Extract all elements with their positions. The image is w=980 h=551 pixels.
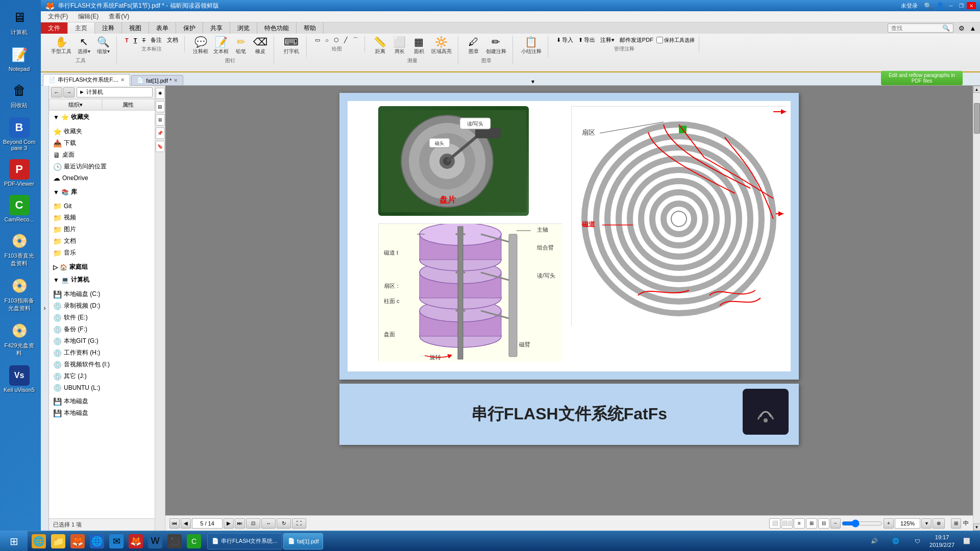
taskbar-ie-icon[interactable]: 🌐 [30, 532, 48, 550]
tree-item-docs[interactable]: 📁文档 [49, 235, 155, 247]
desktop-icon-f103[interactable]: 📀 F103香直光盘资料 [0, 229, 38, 269]
poly-btn[interactable]: ⬡ [332, 36, 341, 44]
tree-item-f-drive[interactable]: 💿备份 (F:) [49, 323, 155, 335]
doc-tab-2[interactable]: 📄 fat[1].pdf * ✕ [131, 75, 183, 85]
zoom-dropdown-btn[interactable]: ▾ [921, 518, 932, 529]
desktop-icon-camrec[interactable]: C CamReco... [0, 193, 38, 224]
favorites-header[interactable]: ▼ ⭐ 收藏夹 [49, 111, 155, 123]
page-tool-2[interactable]: ▤ [156, 101, 165, 112]
tree-item-video[interactable]: 📁视频 [49, 212, 155, 223]
menu-view[interactable]: 查看(V) [104, 11, 134, 22]
backup-btn[interactable]: 备注 [149, 36, 164, 44]
highlight-area-btn[interactable]: 🔆 区域高亮 [429, 36, 454, 56]
taskbar-mail-icon[interactable]: ✉ [107, 532, 126, 550]
tab-features[interactable]: 特色功能 [257, 22, 297, 34]
tree-item-onedrive[interactable]: ☁OneDrive [49, 172, 155, 184]
zoom-in-btn[interactable]: + [884, 518, 894, 529]
desktop-icon-notepad[interactable]: 📝 Notepad [0, 42, 38, 74]
next-page-btn[interactable]: ▶ [224, 518, 234, 529]
pencil-btn[interactable]: ✏ 铅笔 [232, 36, 250, 56]
text-btn-1[interactable]: T [123, 36, 131, 44]
scroll-down-btn[interactable]: ▼ [973, 523, 981, 531]
taskbar-word-icon[interactable]: W [146, 532, 164, 550]
annotation-box-btn[interactable]: 💬 注释框 [191, 36, 210, 56]
doc-tab-1[interactable]: 📄 串行FLASH文件系统F.... ✕ [43, 74, 130, 86]
ribbon-search-input[interactable] [891, 25, 942, 31]
first-page-btn[interactable]: ⏮ [169, 518, 180, 529]
menu-edit[interactable]: 编辑(E) [73, 11, 104, 22]
text-box-btn[interactable]: 📝 文本框 [211, 36, 231, 56]
tree-item-g-drive[interactable]: 💿本地GIT (G:) [49, 335, 155, 347]
tab-file[interactable]: 文件 [41, 22, 68, 34]
minimize-button[interactable]: ─ [946, 2, 955, 9]
page-tool-3[interactable]: ⊞ [156, 114, 165, 126]
tree-item-recent[interactable]: 🕒最近访问的位置 [49, 161, 155, 172]
show-desktop-btn[interactable]: ⬜ [958, 532, 976, 550]
taskbar-foxit-icon[interactable]: 🦊 [127, 532, 145, 550]
desktop-icon-f103-guide[interactable]: 📀 F103指南备光盘资料 [0, 273, 38, 314]
annot-popup-btn[interactable]: 注释▾ [598, 36, 617, 44]
doc-tab-dropdown[interactable]: ▾ [529, 78, 536, 85]
zoom-slider[interactable] [842, 519, 883, 528]
desktop-icon-f429[interactable]: 📀 F429光盘资料 [0, 318, 38, 359]
rotate-btn[interactable]: ↻ [277, 518, 291, 529]
page-tool-5[interactable]: 🔖 [156, 141, 165, 152]
fullscreen-btn[interactable]: ⛶ [292, 518, 306, 529]
desktop-icon-keil[interactable]: Vs Keil uVison5 [0, 363, 38, 395]
user-icon-btn[interactable]: 👤 [935, 1, 945, 11]
taskbar-explorer-icon[interactable]: 📁 [49, 532, 67, 550]
scroll-thumb[interactable] [974, 103, 980, 134]
text-btn-2[interactable]: T [132, 36, 139, 44]
hand-tool-btn[interactable]: ✋ 手型工具 [49, 36, 74, 56]
circle-btn[interactable]: ○ [323, 36, 331, 44]
tree-item-j-drive[interactable]: 💿其它 (J:) [49, 370, 155, 382]
desktop-icon-computer[interactable]: 🖥 计算机 [0, 5, 38, 38]
tree-item-downloads[interactable]: 📥下载 [49, 137, 155, 149]
forward-nav-btn[interactable]: → [63, 87, 75, 97]
typewriter-btn[interactable]: ⌨ 打字机 [282, 36, 301, 56]
page-number-input[interactable] [192, 518, 223, 529]
tree-item-e-drive[interactable]: 💿软件 (E:) [49, 312, 155, 323]
tree-item-favorites[interactable]: ⭐收藏夹 [49, 126, 155, 137]
tree-item-d-drive[interactable]: 💿录制视频 (D:) [49, 300, 155, 312]
taskbar-network-icon[interactable]: 🌐 [88, 532, 106, 550]
fit-page-btn[interactable]: ⊡ [246, 518, 260, 529]
fit-width-btn[interactable]: ↔ [261, 518, 276, 529]
computer-header[interactable]: ▼ 💻 计算机 [49, 273, 155, 286]
restore-button[interactable]: ❐ [957, 2, 966, 9]
desktop-icon-recycle[interactable]: 🗑 回收站 [0, 78, 38, 111]
tab-view[interactable]: 视图 [122, 22, 149, 34]
split-view-btn[interactable]: ⊟ [818, 518, 829, 529]
tab-form[interactable]: 表单 [149, 22, 176, 34]
email-pdf-btn[interactable]: 邮件发送PDF [618, 36, 655, 44]
line-btn[interactable]: ╱ [342, 36, 350, 44]
double-page-view-btn[interactable]: ⬜⬜ [781, 518, 793, 529]
desktop-icon-pdf-viewer[interactable]: P PDF-Viewer [0, 157, 38, 189]
text-btn-3[interactable]: T [140, 36, 148, 44]
curve-btn[interactable]: ⌒ [351, 36, 360, 44]
zoom-tool-btn[interactable]: 🔍 缩放▾ [94, 36, 112, 56]
properties-btn[interactable]: 属性 [102, 99, 155, 110]
menu-file[interactable]: 文件(F) [43, 11, 73, 22]
tree-item-git[interactable]: 📁Git [49, 201, 155, 212]
tree-item-music[interactable]: 📁音乐 [49, 247, 155, 259]
last-page-btn[interactable]: ⏭ [235, 518, 245, 529]
scroll-up-btn[interactable]: ▲ [973, 86, 981, 93]
eraser-btn[interactable]: ⌫ 橡皮 [251, 36, 270, 56]
perimeter-btn[interactable]: ⬜ 周长 [390, 36, 409, 56]
prev-page-btn[interactable]: ◀ [181, 518, 191, 529]
sidebar-toggle-btn[interactable]: › [41, 86, 49, 531]
zoom-value-input[interactable] [895, 518, 920, 529]
zoom-out-btn[interactable]: − [830, 518, 841, 529]
keep-selection-checkbox[interactable] [656, 37, 663, 43]
grid-icon[interactable]: ⊞ [951, 518, 961, 529]
ribbon-collapse-icon[interactable]: ▲ [968, 23, 978, 33]
rect-btn[interactable]: ▭ [313, 36, 322, 44]
import-btn[interactable]: ⬇ 导入 [554, 36, 575, 44]
desktop-icon-beyond-compare[interactable]: B Beyond Compare 3 [0, 115, 38, 153]
page-tool-1[interactable]: ✱ [156, 88, 165, 99]
doc-tab-2-close[interactable]: ✕ [174, 78, 178, 83]
thumbnail-view-btn[interactable]: ⊞ [806, 518, 817, 529]
taskbar-app-2[interactable]: 📄 fat[1].pdf [283, 533, 324, 549]
single-page-view-btn[interactable]: ⬜ [769, 518, 780, 529]
